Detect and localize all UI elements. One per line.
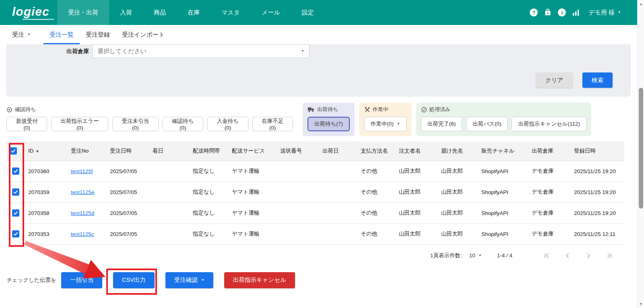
sort-desc-icon: ▼ xyxy=(36,149,39,153)
search-filter-panel: 出荷倉庫 選択してください ▼ クリア 検索 xyxy=(6,44,631,97)
scrollbar-thumb[interactable] xyxy=(639,88,643,209)
tab-1[interactable]: 受注登録 xyxy=(80,25,116,44)
signal-icon[interactable] xyxy=(572,8,580,17)
cell-2-2: 2025/07/05 xyxy=(107,203,149,223)
cell-3-7 xyxy=(319,223,357,244)
order-menu-dropdown[interactable]: 受注 ▼ xyxy=(12,25,31,44)
user-menu[interactable]: デモ用 様 ▼ xyxy=(588,9,621,17)
column-header-8[interactable]: 支払方法名 xyxy=(357,141,396,161)
warehouse-filter-row: 出荷倉庫 選択してください ▼ xyxy=(6,44,631,58)
clear-button[interactable]: クリア xyxy=(536,72,573,88)
status-filter-button-3-2[interactable]: 出荷指示キャンセル(112) xyxy=(512,117,586,131)
action-button-1[interactable]: CSV出力 xyxy=(113,272,155,288)
scrollbar[interactable]: ▲ ▼ xyxy=(637,0,644,308)
status-group-buttons: 出荷完了(6)出荷パス(0)出荷指示キャンセル(112) xyxy=(421,117,586,131)
column-header-3[interactable]: 着日 xyxy=(149,141,190,161)
table-row: 2070353test1125c2025/07/05指定なしヤマト運輸その他山田… xyxy=(6,223,624,244)
status-filter-button-3-0[interactable]: 出荷完了(6) xyxy=(421,117,462,131)
nav-item-6[interactable]: 設定 xyxy=(291,0,325,25)
nav-item-5[interactable]: メール xyxy=(251,0,291,25)
status-filter-button-0-3[interactable]: 確認待ち(0) xyxy=(163,117,204,131)
status-filter-button-2-0[interactable]: 作業中(0)▼ xyxy=(364,117,407,131)
order-no-link[interactable]: test1125d xyxy=(71,210,94,216)
action-button-0[interactable]: 一括引当 xyxy=(61,272,102,288)
status-filter-button-0-5[interactable]: 在庫不足(0) xyxy=(252,117,293,131)
row-checkbox[interactable] xyxy=(12,188,19,196)
cell-0-4: 指定なし xyxy=(190,161,229,182)
status-filter-label: 出荷完了(6) xyxy=(427,120,456,128)
status-group-title-2: 作業中 xyxy=(364,106,407,113)
status-filter-button-1-0[interactable]: 出荷待ち(7) xyxy=(308,117,350,131)
status-filter-label: 作業中(0) xyxy=(371,120,394,128)
column-header-9[interactable]: 注文者名 xyxy=(396,141,438,161)
nav-item-1[interactable]: 入荷 xyxy=(109,0,143,25)
first-page-button[interactable] xyxy=(543,252,550,259)
action-button-3[interactable]: 出荷指示キャンセル xyxy=(224,272,295,288)
warehouse-select[interactable]: 選択してください ▼ xyxy=(92,44,310,58)
status-filter-button-3-1[interactable]: 出荷パス(0) xyxy=(466,117,508,131)
cell-1-7 xyxy=(319,182,357,203)
cell-3-12: デモ倉庫 xyxy=(528,223,571,244)
column-header-11[interactable]: 販売チャネル xyxy=(478,141,528,161)
tab-2[interactable]: 受注インポート xyxy=(116,25,171,44)
status-filter-button-0-4[interactable]: 入金待ち(0) xyxy=(207,117,248,131)
order-no-link[interactable]: test1125f xyxy=(71,168,93,174)
search-button[interactable]: 検索 xyxy=(582,72,613,88)
status-filter-button-0-2[interactable]: 受注未引当(0) xyxy=(112,117,159,131)
cell-2-4: 指定なし xyxy=(190,203,229,223)
column-header-7[interactable]: 出荷日 xyxy=(319,141,357,161)
column-header-10[interactable]: 届け先名 xyxy=(438,141,478,161)
nav-item-0[interactable]: 受注・出荷 xyxy=(57,0,109,25)
status-group-1: 出荷待ち出荷待ち(7) xyxy=(303,103,355,136)
filter-actions: クリア 検索 xyxy=(536,72,613,88)
per-page-select[interactable]: 10 ▼ xyxy=(469,252,482,258)
select-all-checkbox[interactable] xyxy=(10,147,17,155)
column-header-0[interactable]: ID▼ xyxy=(25,141,68,161)
cell-2-12: デモ倉庫 xyxy=(528,203,571,223)
column-header-12[interactable]: 出荷倉庫 xyxy=(528,141,571,161)
prev-page-button[interactable] xyxy=(564,252,571,259)
row-checkbox-cell xyxy=(6,182,25,203)
per-page-label: 1頁表示件数: xyxy=(430,252,462,259)
logo[interactable]: logiec xyxy=(0,0,57,25)
eye-icon xyxy=(6,107,12,113)
column-header-label: 送状番号 xyxy=(280,148,302,154)
app: logiec 受注・出荷入荷商品在庫マスタメール設定 ? i デモ用 様 ▼ xyxy=(0,0,644,308)
info-icon[interactable]: i xyxy=(558,8,566,17)
scroll-down-arrow-icon[interactable]: ▼ xyxy=(638,301,644,307)
cell-3-4: 指定なし xyxy=(190,223,229,244)
order-no-link[interactable]: test1125c xyxy=(71,231,94,237)
column-header-4[interactable]: 配送時間帯 xyxy=(190,141,229,161)
bag-icon[interactable] xyxy=(544,8,552,17)
status-filter-label: 新規受付(0) xyxy=(13,118,41,131)
table-header-row: ID▼受注No受注日時着日配送時間帯配送サービス送状番号出荷日支払方法名注文者名… xyxy=(6,141,624,161)
column-header-2[interactable]: 受注日時 xyxy=(107,141,149,161)
cell-1-1: test1125e xyxy=(68,182,107,203)
nav-item-4[interactable]: マスタ xyxy=(211,0,251,25)
row-checkbox[interactable] xyxy=(12,230,19,238)
column-header-5[interactable]: 配送サービス xyxy=(229,141,277,161)
table-row: 2070360test1125f2025/07/05指定なしヤマト運輸その他山田… xyxy=(6,161,624,182)
status-group-buttons: 作業中(0)▼ xyxy=(364,117,407,131)
help-icon[interactable]: ? xyxy=(530,8,538,17)
scroll-up-arrow-icon[interactable]: ▲ xyxy=(638,1,644,7)
column-header-1[interactable]: 受注No xyxy=(68,141,107,161)
column-header-label: 配送時間帯 xyxy=(193,148,220,154)
action-button-2[interactable]: 受注確認▼ xyxy=(165,272,213,288)
row-checkbox[interactable] xyxy=(12,167,19,175)
status-filter-label: 出荷パス(0) xyxy=(473,120,501,128)
action-button-label: 一括引当 xyxy=(70,276,93,284)
nav-item-2[interactable]: 商品 xyxy=(143,0,177,25)
tools-icon xyxy=(364,107,370,113)
row-checkbox[interactable] xyxy=(12,209,19,217)
last-page-button[interactable] xyxy=(606,252,613,259)
next-page-button[interactable] xyxy=(585,252,592,259)
nav-item-3[interactable]: 在庫 xyxy=(177,0,211,25)
tab-0[interactable]: 受注一覧 xyxy=(43,25,80,44)
status-filter-button-0-0[interactable]: 新規受付(0) xyxy=(6,117,47,131)
column-header-label: 受注日時 xyxy=(110,148,132,154)
status-filter-button-0-1[interactable]: 出荷指示エラー(0) xyxy=(51,117,108,131)
column-header-6[interactable]: 送状番号 xyxy=(277,141,319,161)
column-header-13[interactable]: 登録日時 xyxy=(571,141,624,161)
order-no-link[interactable]: test1125e xyxy=(71,189,94,195)
